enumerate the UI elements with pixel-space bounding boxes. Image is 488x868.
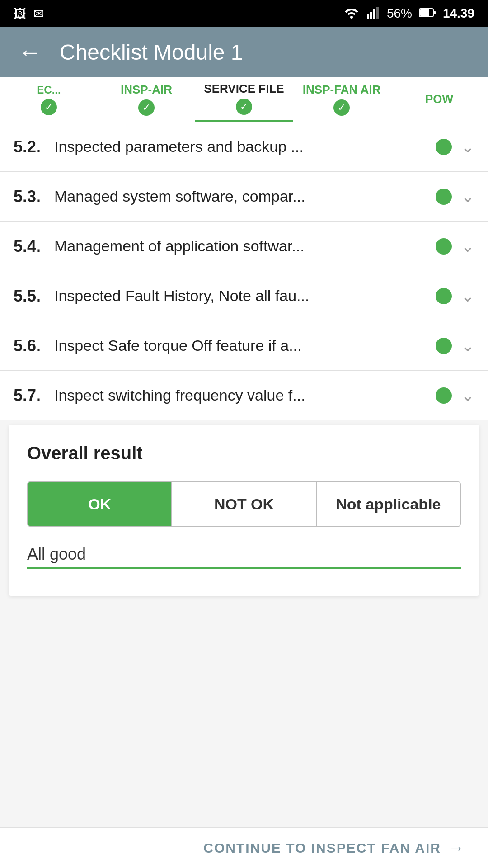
ok-button[interactable]: OK — [28, 482, 171, 526]
not-applicable-button[interactable]: Not applicable — [316, 482, 460, 526]
not-ok-button[interactable]: NOT OK — [171, 482, 315, 526]
tab-insp-air[interactable]: INSP-AIR ✓ — [98, 77, 195, 122]
item-52-text: Inspected parameters and backup ... — [54, 138, 436, 156]
item-53-number: 5.3. — [14, 187, 54, 206]
image-icon: 🖼 — [14, 6, 26, 21]
checklist-item-53[interactable]: 5.3. Managed system software, compar... … — [0, 172, 488, 222]
tab-pow[interactable]: POW — [390, 77, 488, 122]
item-53-status — [436, 189, 452, 205]
tab-insp-air-label: INSP-AIR — [121, 83, 172, 97]
item-55-number: 5.5. — [14, 287, 54, 306]
item-55-chevron: ⌄ — [461, 287, 474, 306]
svg-rect-1 — [370, 12, 372, 19]
tab-service-file[interactable]: SERVICE FILE ✓ — [195, 77, 293, 122]
tab-ec-label: EC... — [37, 84, 61, 96]
svg-rect-3 — [376, 7, 379, 19]
overall-result-title: Overall result — [27, 443, 461, 463]
item-52-chevron: ⌄ — [461, 137, 474, 156]
tab-service-file-label: SERVICE FILE — [204, 82, 284, 96]
overall-result-card: Overall result OK NOT OK Not applicable — [9, 425, 479, 596]
checklist-item-56[interactable]: 5.6. Inspect Safe torque Off feature if … — [0, 321, 488, 371]
item-55-text: Inspected Fault History, Note all fau... — [54, 287, 436, 305]
item-57-status — [436, 387, 452, 404]
tab-ec-check: ✓ — [41, 99, 57, 115]
back-button[interactable]: ← — [18, 38, 42, 66]
item-56-text: Inspect Safe torque Off feature if a... — [54, 337, 436, 354]
svg-rect-0 — [367, 14, 369, 19]
item-54-number: 5.4. — [14, 237, 54, 256]
continue-button[interactable]: CONTINUE TO INSPECT FAN AIR → — [203, 839, 465, 858]
svg-rect-2 — [373, 9, 375, 19]
continue-label: CONTINUE TO INSPECT FAN AIR — [203, 840, 441, 856]
item-54-text: Management of application softwar... — [54, 237, 436, 255]
wifi-icon — [343, 6, 360, 22]
status-bar: 🖼 ✉ 56% 14.39 — [0, 0, 488, 27]
tab-service-file-check: ✓ — [236, 99, 252, 115]
battery-percentage: 56% — [387, 6, 412, 21]
result-button-group: OK NOT OK Not applicable — [27, 481, 461, 527]
checklist-item-57[interactable]: 5.7. Inspect switching frequency value f… — [0, 371, 488, 420]
item-56-chevron: ⌄ — [461, 336, 474, 355]
item-53-text: Managed system software, compar... — [54, 188, 436, 205]
message-icon: ✉ — [33, 6, 44, 21]
tab-insp-fan-air[interactable]: INSP-FAN AIR ✓ — [293, 77, 390, 122]
item-53-chevron: ⌄ — [461, 187, 474, 206]
comment-wrapper — [27, 545, 461, 573]
tab-bar: EC... ✓ INSP-AIR ✓ SERVICE FILE ✓ INSP-F… — [0, 77, 488, 122]
continue-arrow: → — [448, 839, 465, 858]
time-display: 14.39 — [443, 6, 474, 21]
item-52-number: 5.2. — [14, 137, 54, 156]
page-title: Checklist Module 1 — [60, 40, 243, 65]
signal-icon — [367, 6, 380, 22]
item-56-number: 5.6. — [14, 336, 54, 355]
svg-rect-6 — [434, 11, 436, 14]
item-54-status — [436, 238, 452, 255]
checklist-item-55[interactable]: 5.5. Inspected Fault History, Note all f… — [0, 271, 488, 321]
svg-rect-5 — [420, 9, 429, 16]
checklist-list: 5.2. Inspected parameters and backup ...… — [0, 122, 488, 420]
checklist-item-54[interactable]: 5.4. Management of application softwar..… — [0, 222, 488, 271]
tab-insp-fan-air-check: ✓ — [333, 99, 350, 116]
tab-insp-air-check: ✓ — [138, 99, 155, 116]
item-56-status — [436, 338, 452, 354]
item-57-chevron: ⌄ — [461, 386, 474, 405]
comment-underline — [27, 567, 461, 569]
item-57-number: 5.7. — [14, 386, 54, 405]
bottom-bar: CONTINUE TO INSPECT FAN AIR → — [0, 827, 488, 868]
tab-insp-fan-air-label: INSP-FAN AIR — [303, 83, 380, 97]
item-55-status — [436, 288, 452, 304]
comment-input[interactable] — [27, 545, 461, 567]
item-57-text: Inspect switching frequency value f... — [54, 387, 436, 404]
item-52-status — [436, 139, 452, 155]
tab-pow-label: POW — [425, 92, 453, 106]
battery-icon — [419, 6, 436, 21]
item-54-chevron: ⌄ — [461, 237, 474, 256]
app-header: ← Checklist Module 1 — [0, 27, 488, 77]
tab-ec[interactable]: EC... ✓ — [0, 77, 98, 122]
checklist-item-52[interactable]: 5.2. Inspected parameters and backup ...… — [0, 122, 488, 172]
